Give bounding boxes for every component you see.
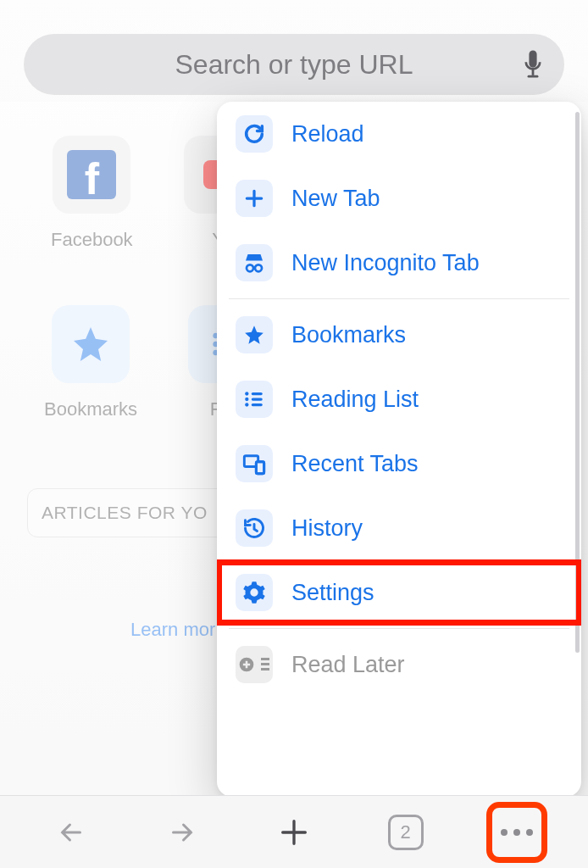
- tab-count: 2: [400, 821, 410, 843]
- svg-point-14: [245, 398, 248, 401]
- new-tab-button[interactable]: [271, 810, 317, 855]
- devices-icon: [236, 445, 273, 482]
- read-later-icon: [236, 646, 273, 683]
- menu-item-read-later: Read Later: [217, 632, 581, 697]
- shortcut-facebook[interactable]: f Facebook: [51, 136, 133, 251]
- menu-item-label: Bookmarks: [291, 322, 406, 348]
- menu-item-label: Reading List: [291, 387, 419, 413]
- omnibox-search-bar[interactable]: Search or type URL: [24, 34, 564, 95]
- menu-item-label: Reload: [291, 121, 364, 147]
- plus-icon: [236, 180, 273, 217]
- svg-point-12: [245, 392, 248, 395]
- learn-more-link[interactable]: Learn mor: [130, 619, 215, 641]
- gear-icon: [236, 574, 273, 611]
- mic-icon[interactable]: [524, 50, 542, 79]
- svg-rect-23: [261, 663, 269, 665]
- menu-item-bookmarks[interactable]: Bookmarks: [217, 303, 581, 367]
- menu-item-label: Recent Tabs: [291, 451, 419, 477]
- more-button[interactable]: [494, 810, 540, 855]
- incognito-icon: [236, 244, 273, 281]
- svg-point-11: [255, 264, 262, 271]
- menu-item-reload[interactable]: Reload: [217, 102, 581, 166]
- menu-separator: [229, 628, 569, 629]
- svg-rect-0: [529, 51, 536, 68]
- menu-item-label: Read Later: [291, 652, 405, 678]
- shortcut-label: Facebook: [51, 229, 133, 251]
- history-icon: [236, 509, 273, 547]
- svg-rect-13: [252, 392, 263, 395]
- forward-button[interactable]: [159, 810, 205, 855]
- facebook-icon: f: [53, 136, 130, 214]
- back-button[interactable]: [48, 810, 94, 855]
- svg-rect-1: [532, 70, 535, 75]
- svg-rect-15: [252, 398, 263, 400]
- menu-item-new-tab[interactable]: New Tab: [217, 166, 581, 231]
- svg-rect-24: [261, 668, 269, 670]
- menu-item-recent-tabs[interactable]: Recent Tabs: [217, 431, 581, 496]
- menu-item-incognito[interactable]: New Incognito Tab: [217, 231, 581, 295]
- menu-item-label: Settings: [291, 580, 374, 606]
- reload-icon: [236, 115, 273, 153]
- bottom-toolbar: 2: [0, 795, 588, 868]
- menu-item-label: New Incognito Tab: [291, 250, 480, 276]
- overflow-menu: Reload New Tab New Incognito Tab Bookmar…: [217, 102, 581, 797]
- menu-item-settings[interactable]: Settings: [217, 560, 581, 625]
- menu-item-label: History: [291, 515, 363, 542]
- menu-item-label: New Tab: [291, 186, 380, 212]
- svg-point-16: [245, 403, 248, 406]
- svg-point-10: [247, 264, 253, 271]
- svg-rect-2: [528, 75, 539, 78]
- shortcut-label: Bookmarks: [44, 398, 137, 420]
- star-icon: [236, 316, 273, 353]
- star-icon: [52, 305, 130, 383]
- articles-label: ARTICLES FOR YO: [42, 503, 208, 523]
- list-icon: [236, 381, 273, 418]
- svg-rect-22: [261, 658, 269, 660]
- tabs-switcher-button[interactable]: 2: [383, 810, 429, 855]
- omnibox-placeholder: Search or type URL: [175, 49, 413, 81]
- menu-separator: [229, 298, 569, 299]
- svg-rect-17: [252, 403, 263, 406]
- menu-item-reading-list[interactable]: Reading List: [217, 367, 581, 431]
- more-icon: [501, 829, 533, 836]
- menu-item-history[interactable]: History: [217, 496, 581, 560]
- shortcut-bookmarks[interactable]: Bookmarks: [44, 305, 137, 420]
